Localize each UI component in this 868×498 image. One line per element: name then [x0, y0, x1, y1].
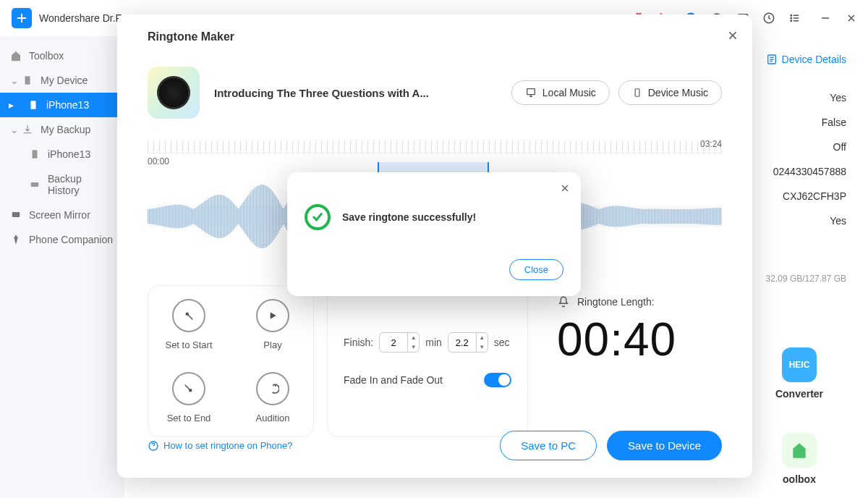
svg-rect-22: [148, 209, 148, 224]
svg-rect-16: [31, 182, 39, 187]
svg-rect-417: [719, 208, 720, 225]
svg-rect-372: [654, 209, 655, 224]
sidebar-item-backup-history[interactable]: Backup History: [0, 166, 124, 203]
svg-point-420: [189, 389, 192, 392]
svg-rect-411: [710, 208, 711, 224]
sidebar-item-phone-companion[interactable]: Phone Companion: [0, 227, 124, 252]
svg-rect-99: [259, 185, 260, 248]
sidebar-label: iPhone13: [48, 148, 90, 160]
svg-rect-69: [216, 195, 216, 238]
ruler-end-time: 03:24: [700, 139, 722, 149]
svg-rect-81: [233, 203, 234, 229]
svg-rect-382: [668, 209, 669, 224]
svg-rect-366: [645, 209, 646, 224]
svg-rect-31: [161, 207, 161, 226]
svg-rect-395: [687, 209, 688, 224]
svg-rect-342: [610, 206, 611, 227]
svg-rect-44: [179, 205, 180, 228]
svg-rect-353: [626, 207, 627, 226]
companion-icon: [10, 234, 22, 245]
play-button[interactable]: [256, 299, 289, 332]
sidebar-item-iphone13[interactable]: ▸ iPhone13: [0, 93, 124, 117]
step-down[interactable]: ▼: [477, 342, 488, 352]
help-link[interactable]: How to set ringtone on Phone?: [148, 440, 293, 452]
dialog-message: Save ringtone successfully!: [342, 211, 476, 223]
finish-sec-input[interactable]: [448, 337, 476, 348]
svg-rect-49: [187, 206, 187, 227]
minimize-button[interactable]: [820, 13, 830, 23]
step-up[interactable]: ▲: [477, 333, 488, 342]
svg-rect-35: [166, 206, 167, 227]
svg-rect-361: [638, 208, 639, 224]
svg-rect-100: [260, 185, 261, 248]
svg-rect-98: [258, 185, 258, 247]
history-icon[interactable]: [762, 12, 775, 25]
svg-rect-387: [676, 209, 676, 224]
sidebar-item-backup-iphone13[interactable]: iPhone13: [0, 142, 124, 166]
svg-rect-394: [686, 209, 686, 224]
svg-rect-354: [628, 207, 629, 226]
sidebar-item-my-device[interactable]: ⌄ My Device: [0, 68, 124, 93]
svg-rect-25: [152, 208, 153, 224]
fade-toggle[interactable]: [484, 373, 511, 387]
finish-sec-stepper[interactable]: ▲▼: [448, 332, 488, 353]
sidebar-item-toolbox[interactable]: Toolbox: [0, 43, 124, 68]
svg-rect-36: [168, 206, 169, 227]
finish-min-input[interactable]: [380, 337, 407, 348]
tile-heic-converter[interactable]: HEIC Converter: [752, 347, 846, 400]
svg-rect-379: [664, 209, 665, 224]
svg-rect-388: [677, 209, 678, 224]
svg-rect-37: [169, 206, 170, 228]
sidebar-label: My Backup: [41, 124, 90, 135]
tile-label: oolbox: [783, 473, 816, 485]
finish-min-stepper[interactable]: ▲▼: [379, 332, 420, 353]
svg-rect-42: [176, 205, 177, 229]
sidebar-item-screen-mirror[interactable]: Screen Mirror: [0, 203, 124, 227]
svg-rect-102: [263, 185, 264, 248]
svg-rect-389: [678, 209, 679, 224]
ringtone-length-panel: Ringtone Length: 00:40: [541, 285, 722, 437]
svg-rect-34: [165, 206, 166, 227]
svg-rect-45: [181, 205, 182, 228]
svg-rect-85: [239, 208, 239, 225]
dialog-close-action-button[interactable]: Close: [509, 259, 563, 280]
play-label: Play: [263, 339, 281, 350]
dialog-close-button[interactable]: [561, 182, 569, 195]
tile-toolbox[interactable]: oolbox: [752, 433, 846, 485]
audition-button[interactable]: [256, 372, 289, 405]
set-to-start-button[interactable]: [172, 299, 205, 332]
svg-rect-414: [715, 208, 715, 225]
sidebar-item-my-backup[interactable]: ⌄ My Backup: [0, 117, 124, 142]
step-down[interactable]: ▼: [408, 342, 419, 352]
svg-rect-112: [278, 200, 278, 233]
svg-rect-401: [696, 209, 697, 224]
save-to-pc-button[interactable]: Save to PC: [500, 431, 597, 460]
device-details-link[interactable]: Device Details: [766, 54, 846, 65]
svg-rect-59: [201, 203, 202, 229]
time-ruler[interactable]: 00:00 03:24: [148, 140, 722, 153]
close-window-button[interactable]: [846, 13, 856, 23]
step-up[interactable]: ▲: [408, 333, 419, 342]
svg-rect-371: [652, 209, 653, 224]
set-to-end-button[interactable]: [172, 372, 205, 405]
svg-rect-87: [242, 203, 242, 229]
svg-rect-40: [174, 205, 174, 228]
svg-rect-332: [596, 208, 597, 225]
menu-icon[interactable]: [788, 12, 801, 25]
svg-rect-62: [205, 201, 206, 233]
svg-rect-19: [527, 89, 535, 95]
save-to-device-button[interactable]: Save to Device: [607, 431, 722, 460]
svg-rect-47: [184, 206, 184, 227]
playback-controls: Set to Start Play Set to End Audition: [148, 285, 314, 437]
svg-rect-43: [178, 205, 179, 229]
svg-rect-392: [683, 209, 684, 224]
help-link-label: How to set ringtone on Phone?: [163, 440, 293, 451]
heic-icon: HEIC: [782, 347, 817, 382]
device-music-button[interactable]: Device Music: [618, 80, 722, 105]
local-music-button[interactable]: Local Music: [511, 80, 610, 105]
svg-rect-106: [269, 188, 270, 245]
svg-rect-46: [182, 205, 183, 227]
local-music-label: Local Music: [542, 87, 596, 98]
svg-rect-363: [641, 209, 642, 224]
modal-close-button[interactable]: [728, 30, 738, 43]
